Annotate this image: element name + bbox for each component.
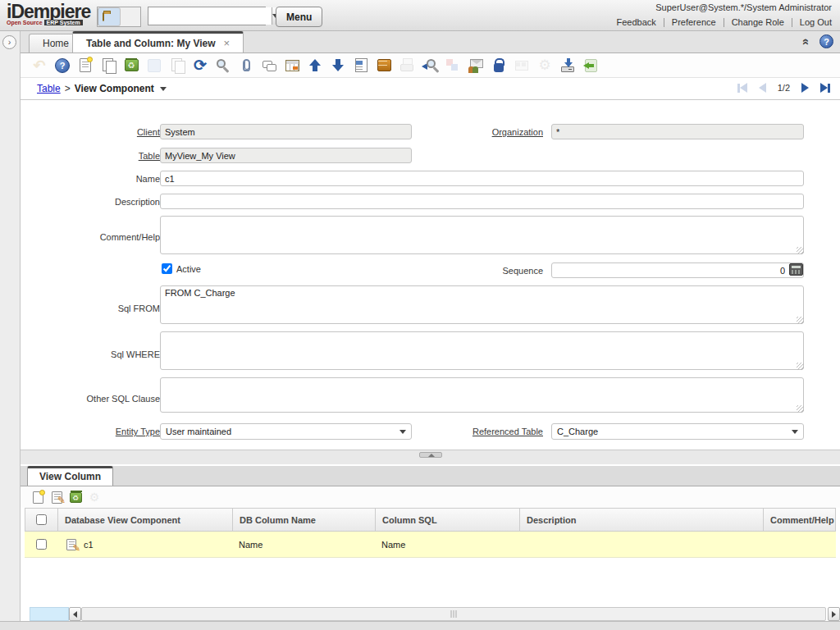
comment-help-label: Comment/Help [29,232,160,242]
parent-record-icon[interactable] [307,57,323,74]
referenced-table-label[interactable]: Referenced Table [379,427,543,436]
change-role-link[interactable]: Change Role [732,17,784,27]
end-window-icon[interactable] [582,57,599,74]
help-icon[interactable]: ? [54,57,71,74]
west-panel-collapsed: › [0,31,21,630]
row-checkbox[interactable] [36,539,47,550]
sql-where-field[interactable] [160,331,804,370]
process-icon[interactable]: ⚙ [536,57,553,74]
column-header[interactable]: DB Column Name [232,509,375,531]
column-header[interactable]: Comment/Help [763,509,835,531]
menu-button[interactable]: Menu [276,7,322,27]
report-icon[interactable] [445,57,461,74]
chat-icon[interactable] [261,57,277,74]
edit-record-icon[interactable]: ✎ [64,537,79,552]
first-record-button[interactable] [737,83,747,93]
find-icon[interactable] [215,57,231,74]
global-search-input[interactable] [148,7,272,25]
detail-tab-bar: View Column [21,466,840,486]
table-row[interactable]: ✎ c1 Name Name [25,532,836,558]
last-record-button[interactable] [820,83,830,93]
chevron-down-icon[interactable] [160,87,167,91]
cell-db-column-name: Name [232,532,375,557]
close-icon[interactable]: × [224,39,231,48]
archive-icon[interactable] [376,57,392,74]
user-info: SuperUser@System.*/System Administrator [655,2,832,12]
previous-record-button[interactable] [759,83,766,93]
splitter-handle[interactable] [419,452,442,458]
report-view-icon[interactable] [353,57,369,74]
sql-where-label: Sql WHERE [29,349,160,359]
column-header[interactable]: Description [519,509,763,531]
log-out-link[interactable]: Log Out [800,17,832,27]
new-record-icon[interactable] [30,490,45,504]
copy-record-icon[interactable] [100,57,116,74]
other-sql-field[interactable] [160,377,804,413]
detail-panel: View Column ✎ ♻ ⚙ Database View Componen… [21,464,840,621]
horizontal-splitter[interactable] [21,450,840,464]
select-all-header [25,509,57,531]
save-create-icon[interactable] [169,57,185,74]
help-icon[interactable]: ? [819,34,833,48]
comment-help-field[interactable] [160,216,804,254]
breadcrumb: Table > View Component [37,83,167,94]
toggle-grid-icon[interactable] [284,57,300,74]
resize-grip[interactable] [797,405,804,413]
delete-record-icon[interactable]: ♻ [68,490,83,504]
detail-record-icon[interactable] [330,57,346,74]
breadcrumb-table-link[interactable]: Table [37,83,61,94]
entity-type-select[interactable]: User maintained [160,423,412,440]
next-record-button[interactable] [801,83,809,93]
sequence-field[interactable] [551,262,804,278]
organization-label[interactable]: Organization [379,127,543,137]
request-icon[interactable] [468,57,484,74]
table-label[interactable]: Table [29,151,160,161]
edit-record-icon[interactable]: ✎ [49,490,64,504]
attachment-icon[interactable] [238,57,254,74]
resize-grip[interactable] [797,247,804,254]
description-field[interactable] [160,194,804,209]
column-header[interactable]: Column SQL [375,509,519,531]
preference-link[interactable]: Preference [672,17,716,27]
expand-sidebar-button[interactable]: › [2,35,16,49]
entity-type-label[interactable]: Entity Type [29,427,160,436]
select-all-checkbox[interactable] [36,514,47,525]
active-checkbox[interactable] [162,263,172,274]
scroll-left-button[interactable] [69,607,81,621]
logo-subtitle-right: ERP System [44,20,83,25]
feedback-link[interactable]: Feedback [617,17,656,27]
delete-record-icon[interactable]: ♻ [123,57,139,74]
zoom-across-icon[interactable] [422,57,438,74]
sql-from-field[interactable]: FROM C_Charge [160,285,804,324]
window-mode-switch [97,7,141,27]
name-field[interactable] [160,171,804,186]
other-sql-label: Other SQL Clause [29,394,160,404]
tab-table-and-column[interactable]: Table and Column: My View × [72,31,244,52]
collapse-all-icon[interactable]: « [801,38,812,44]
name-label: Name [29,174,160,184]
resize-grip[interactable] [797,317,804,324]
tab-view-column[interactable]: View Column [27,466,113,486]
resize-grip[interactable] [797,363,804,370]
save-icon[interactable] [146,57,162,74]
print-icon[interactable] [399,57,415,74]
cell-column-sql: Name [375,532,519,557]
calculator-icon[interactable] [789,263,803,276]
referenced-table-select[interactable]: C_Charge [551,423,804,440]
scroll-right-button[interactable] [828,607,840,621]
column-header[interactable]: Database View Component [57,509,232,531]
lock-icon[interactable] [491,57,507,74]
window-size-icon[interactable] [514,57,530,74]
requery-icon[interactable]: ⟳ [192,57,208,74]
multi-window-button[interactable] [98,7,121,26]
scrollbar-track[interactable] [81,607,826,621]
new-record-icon[interactable] [77,57,94,74]
undo-icon[interactable]: ↶ [31,57,48,74]
export-icon[interactable] [559,57,576,74]
header-links: Feedback Preference Change Role Log Out [617,17,832,27]
scrollbar-grip[interactable] [451,610,457,618]
sequence-label: Sequence [379,266,543,276]
client-label[interactable]: Client [29,127,160,137]
process-icon[interactable]: ⚙ [87,490,102,504]
organization-field [551,124,804,139]
